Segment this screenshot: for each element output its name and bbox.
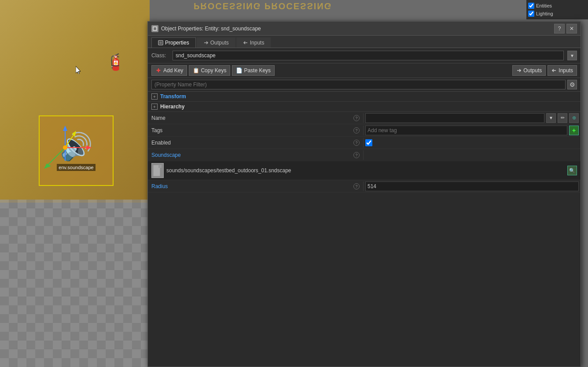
class-row: Class: ▼ xyxy=(148,48,581,63)
prop-value-cell-name: ▼ ✏ ⊕ xyxy=(364,112,581,124)
hierarchy-section-title: Hierarchy xyxy=(160,104,184,110)
svg-marker-1 xyxy=(63,126,67,131)
dialog-titlebar: Object Properties: Entity: snd_soundscap… xyxy=(148,22,581,36)
entities-check-item[interactable]: Entities xyxy=(528,2,586,10)
svg-line-4 xyxy=(48,148,65,165)
prop-label-name: Name xyxy=(151,115,165,121)
prop-enabled-checkbox[interactable] xyxy=(365,139,372,146)
close-button[interactable]: ✕ xyxy=(566,24,577,33)
prop-name-cell-soundscape: Soundscape ? xyxy=(148,150,364,160)
svg-rect-20 xyxy=(158,165,162,168)
prop-label-enabled: Enabled xyxy=(151,140,171,146)
class-dropdown-button[interactable]: ▼ xyxy=(567,51,577,60)
outputs-btn-icon xyxy=(516,68,522,73)
svg-point-8 xyxy=(63,145,67,150)
dialog-title-buttons: ? ✕ xyxy=(554,24,577,33)
prop-value-cell-enabled xyxy=(364,138,581,147)
axis-arrows xyxy=(39,121,92,174)
prop-help-icon-name[interactable]: ? xyxy=(353,115,360,121)
inputs-btn-icon xyxy=(551,68,557,73)
tab-outputs[interactable]: Outputs xyxy=(197,37,235,48)
paste-keys-label: Paste Keys xyxy=(244,67,271,74)
soundscape-file-row: sounds/soundscapes/testbed_outdoors_01.s… xyxy=(148,161,581,180)
prop-row-radius: Radius ? xyxy=(148,180,581,193)
prop-label-soundscape: Soundscape xyxy=(151,152,181,158)
svg-marker-3 xyxy=(86,145,92,150)
transform-expand-icon: + xyxy=(151,93,158,100)
prop-radius-input[interactable] xyxy=(365,182,579,191)
prop-name-cell-name: Name ? xyxy=(148,113,364,123)
prop-name-input[interactable] xyxy=(365,113,544,123)
prop-value-cell-radius xyxy=(364,181,581,192)
prop-add-tag-button[interactable]: + xyxy=(569,126,579,135)
prop-help-icon-soundscape[interactable]: ? xyxy=(353,152,360,158)
soundscape-browse-button[interactable]: 🔍 xyxy=(567,166,577,175)
prop-label-radius: Radius xyxy=(151,183,168,189)
soundscape-file-path: sounds/soundscapes/testbed_outdoors_01.s… xyxy=(166,167,565,174)
lighting-check-item[interactable]: Lighting xyxy=(528,10,586,18)
prop-row-name: Name ? ▼ ✏ ⊕ xyxy=(148,112,581,124)
prop-help-icon-radius[interactable]: ? xyxy=(353,183,360,189)
outputs-tab-icon xyxy=(203,40,209,45)
svg-line-6 xyxy=(65,134,74,148)
filter-input[interactable] xyxy=(151,80,566,89)
properties-tab-icon xyxy=(158,40,163,45)
processing-text: PROCESSING PROCESSING xyxy=(194,1,332,11)
paste-keys-button[interactable]: 📄 Paste Keys xyxy=(232,65,275,76)
soundscape-top: Soundscape ? xyxy=(148,149,581,161)
object-properties-dialog: Object Properties: Entity: snd_soundscap… xyxy=(147,21,581,367)
file-icon xyxy=(151,163,164,178)
tab-inputs[interactable]: Inputs xyxy=(236,37,271,48)
lighting-checkbox[interactable] xyxy=(528,11,534,17)
add-key-icon: ✚ xyxy=(155,67,162,74)
entities-label: Entities xyxy=(536,3,552,8)
tab-inputs-label: Inputs xyxy=(250,40,265,46)
add-key-button[interactable]: ✚ Add Key xyxy=(151,65,187,76)
fire-extinguisher: 🧯 xyxy=(106,53,125,71)
prop-label-tags: Tags xyxy=(151,127,162,133)
inputs-button[interactable]: Inputs xyxy=(548,65,577,76)
outputs-btn-label: Outputs xyxy=(523,67,542,74)
prop-name-cell-radius: Radius ? xyxy=(148,182,364,191)
prop-name-cell-tags: Tags ? xyxy=(148,126,364,135)
paste-keys-icon: 📄 xyxy=(236,67,242,74)
dialog-tabs: Properties Outputs Inputs xyxy=(148,36,581,48)
transform-section-title: Transform xyxy=(160,93,186,100)
top-right-panel: Entities Lighting xyxy=(526,0,588,19)
class-input[interactable] xyxy=(173,51,564,60)
entities-checkbox[interactable] xyxy=(528,3,534,9)
tab-outputs-label: Outputs xyxy=(210,40,229,46)
prop-name-cell-enabled: Enabled ? xyxy=(148,138,364,148)
copy-keys-label: Copy Keys xyxy=(201,67,226,74)
prop-name-edit[interactable]: ✏ xyxy=(558,113,567,123)
prop-row-tags: Tags ? + xyxy=(148,124,581,137)
prop-row-soundscape: Soundscape ? sounds/soundscapes/testbed_… xyxy=(148,149,581,180)
tab-properties[interactable]: Properties xyxy=(151,37,196,48)
tab-properties-label: Properties xyxy=(165,40,189,46)
class-label: Class: xyxy=(151,52,169,59)
transform-section-header[interactable]: + Transform xyxy=(148,92,581,102)
prop-name-dropdown[interactable]: ▼ xyxy=(546,113,556,123)
inputs-btn-label: Inputs xyxy=(559,67,573,74)
hierarchy-section-header[interactable]: + Hierarchy xyxy=(148,102,581,112)
svg-marker-5 xyxy=(44,163,51,169)
hierarchy-expand-icon: + xyxy=(151,104,158,110)
copy-keys-button[interactable]: 📋 Copy Keys xyxy=(189,65,230,76)
toolbar-row: ✚ Add Key 📋 Copy Keys 📄 Paste Keys Outpu… xyxy=(148,63,581,78)
copy-keys-icon: 📋 xyxy=(193,67,199,74)
prop-row-enabled: Enabled ? xyxy=(148,137,581,149)
dialog-title-icon xyxy=(151,25,158,32)
help-button[interactable]: ? xyxy=(554,24,565,33)
prop-value-cell-soundscape xyxy=(364,154,581,156)
prop-tags-input[interactable] xyxy=(365,126,567,135)
prop-help-icon-tags[interactable]: ? xyxy=(353,127,360,133)
properties-content[interactable]: + Transform + Hierarchy Name ? ▼ ✏ ⊕ Tag… xyxy=(148,92,581,367)
filter-row: ⚙ xyxy=(148,78,581,92)
prop-name-eyedropper[interactable]: ⊕ xyxy=(569,113,579,123)
prop-help-icon-enabled[interactable]: ? xyxy=(353,140,360,146)
filter-settings-button[interactable]: ⚙ xyxy=(567,80,577,89)
lighting-label: Lighting xyxy=(536,11,553,16)
add-key-label: Add Key xyxy=(163,67,183,74)
outputs-button[interactable]: Outputs xyxy=(512,65,546,76)
dialog-title-text: Object Properties: Entity: snd_soundscap… xyxy=(161,26,554,32)
